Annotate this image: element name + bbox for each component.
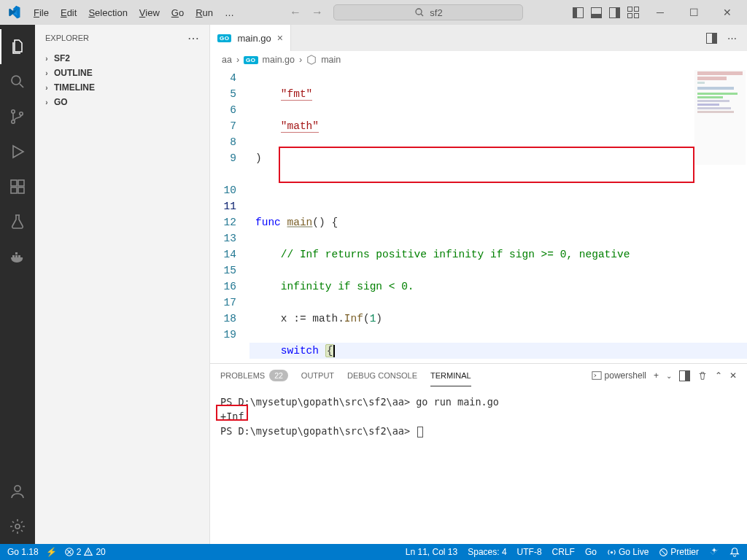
- status-go-live[interactable]: Go Live: [607, 547, 649, 557]
- close-button[interactable]: ✕: [711, 0, 744, 25]
- activity-docker[interactable]: [0, 239, 35, 274]
- code-editor[interactable]: 456789.10111213141516171819 "fmt" "math"…: [210, 69, 747, 363]
- svg-point-2: [12, 76, 20, 85]
- split-editor-icon[interactable]: [706, 33, 717, 44]
- activity-bar: [0, 25, 35, 544]
- sidebar-item-timeline[interactable]: ›TIMELINE: [35, 80, 209, 95]
- status-go-version[interactable]: Go 1.18: [7, 547, 39, 557]
- activity-explorer[interactable]: [0, 29, 35, 64]
- svg-line-22: [662, 550, 667, 555]
- sidebar-item-sf2[interactable]: ›SF2: [35, 51, 209, 66]
- command-center-search[interactable]: sf2: [333, 4, 523, 20]
- activity-extensions[interactable]: [0, 169, 35, 204]
- breadcrumb-folder[interactable]: aa: [222, 55, 232, 65]
- layout-sidebar-right-icon[interactable]: [609, 7, 620, 18]
- activity-testing[interactable]: [0, 204, 35, 239]
- panel-tab-terminal[interactable]: TERMINAL: [430, 365, 471, 386]
- activity-scm[interactable]: [0, 99, 35, 134]
- status-bar: Go 1.18 ⚡ 2 20 Ln 11, Col 13 Spaces: 4 U…: [0, 544, 747, 560]
- menu-selection[interactable]: Selection: [82, 4, 133, 21]
- menu-edit[interactable]: Edit: [55, 4, 82, 21]
- panel-close-icon[interactable]: ✕: [729, 370, 737, 381]
- prettier-icon: [659, 548, 668, 557]
- editor-more-icon[interactable]: ⋯: [727, 33, 737, 44]
- status-cursor-position[interactable]: Ln 11, Col 13: [406, 547, 457, 557]
- tab-label: main.go: [237, 33, 271, 44]
- new-terminal-icon[interactable]: +: [654, 370, 659, 381]
- status-lightning-icon[interactable]: ⚡: [46, 547, 57, 557]
- tab-close-icon[interactable]: ×: [277, 32, 283, 44]
- status-problems[interactable]: 2 20: [64, 547, 106, 557]
- panel-tab-debug[interactable]: DEBUG CONSOLE: [347, 365, 417, 386]
- panel-tab-output[interactable]: OUTPUT: [301, 365, 334, 386]
- menu-file[interactable]: File: [28, 4, 55, 21]
- terminal-line: +Inf: [220, 409, 737, 424]
- vscode-logo-icon: [7, 6, 20, 19]
- terminal-dropdown-icon[interactable]: ⌄: [666, 372, 672, 380]
- nav-back-icon[interactable]: ←: [290, 6, 301, 19]
- maximize-button[interactable]: ☐: [677, 0, 711, 25]
- breadcrumb[interactable]: aa› GO main.go› main: [210, 51, 747, 69]
- layout-controls: [573, 7, 639, 18]
- svg-point-20: [611, 551, 613, 553]
- breadcrumb-symbol[interactable]: main: [321, 55, 341, 65]
- go-file-icon: GO: [217, 34, 231, 42]
- line-gutter: 456789.10111213141516171819: [210, 69, 249, 363]
- svg-point-4: [12, 110, 15, 113]
- nav-forward-icon[interactable]: →: [311, 6, 323, 19]
- title-center: ← → sf2: [240, 4, 573, 20]
- tab-bar: GO main.go × ⋯: [210, 25, 747, 51]
- terminal[interactable]: PS D:\mysetup\gopath\src\sf2\aa> go run …: [210, 387, 747, 544]
- chevron-right-icon: ›: [42, 69, 51, 77]
- layout-panel-icon[interactable]: [591, 7, 602, 18]
- explorer-sidebar: EXPLORER ⋯ ›SF2 ›OUTLINE ›TIMELINE ›GO: [35, 25, 210, 544]
- activity-search[interactable]: [0, 64, 35, 99]
- breadcrumb-file[interactable]: main.go: [263, 55, 295, 65]
- minimap[interactable]: [694, 70, 746, 165]
- panel-maximize-icon[interactable]: ⌃: [715, 370, 722, 381]
- menu-run[interactable]: Run: [190, 4, 219, 21]
- panel-tabs: PROBLEMS22 OUTPUT DEBUG CONSOLE TERMINAL…: [210, 364, 747, 387]
- tab-main-go[interactable]: GO main.go ×: [210, 25, 291, 51]
- svg-rect-11: [12, 255, 15, 257]
- svg-line-1: [421, 14, 423, 16]
- sidebar-item-go[interactable]: ›GO: [35, 95, 209, 109]
- status-bell-icon[interactable]: [729, 547, 740, 557]
- menu-more[interactable]: …: [219, 4, 240, 21]
- status-prettier[interactable]: Prettier: [659, 547, 699, 557]
- status-language[interactable]: Go: [585, 547, 597, 557]
- panel-tab-problems[interactable]: PROBLEMS22: [220, 364, 288, 387]
- layout-customize-icon[interactable]: [627, 7, 639, 18]
- activity-run-debug[interactable]: [0, 134, 35, 169]
- status-feedback-icon[interactable]: [709, 547, 719, 557]
- sidebar-item-outline[interactable]: ›OUTLINE: [35, 66, 209, 80]
- svg-point-6: [20, 112, 23, 115]
- problems-count-badge: 22: [269, 370, 288, 381]
- terminal-cursor: [417, 427, 423, 438]
- status-eol[interactable]: CRLF: [552, 547, 575, 557]
- explorer-header: EXPLORER ⋯: [35, 25, 209, 51]
- activity-settings[interactable]: [0, 509, 35, 544]
- window-controls: ─ ☐ ✕: [643, 0, 744, 25]
- explorer-more-icon[interactable]: ⋯: [187, 31, 199, 45]
- menu-view[interactable]: View: [133, 4, 166, 21]
- layout-sidebar-left-icon[interactable]: [573, 7, 584, 18]
- terminal-profile[interactable]: powershell: [592, 370, 646, 381]
- svg-point-15: [15, 486, 20, 491]
- minimize-button[interactable]: ─: [643, 0, 677, 25]
- split-terminal-icon[interactable]: [679, 370, 690, 381]
- files-icon: [9, 38, 26, 55]
- code-content[interactable]: "fmt" "math" ) func main() { // Inf retu…: [249, 69, 747, 363]
- kill-terminal-icon[interactable]: [697, 370, 708, 381]
- extensions-icon: [9, 178, 26, 195]
- go-file-icon: GO: [244, 56, 258, 64]
- chevron-right-icon: ›: [42, 55, 51, 63]
- status-indentation[interactable]: Spaces: 4: [468, 547, 506, 557]
- terminal-icon: [592, 370, 602, 381]
- menu-go[interactable]: Go: [166, 4, 190, 21]
- menu-bar: File Edit Selection View Go Run …: [28, 4, 240, 21]
- status-encoding[interactable]: UTF-8: [517, 547, 542, 557]
- svg-rect-17: [592, 372, 600, 380]
- terminal-line: PS D:\mysetup\gopath\src\sf2\aa>: [220, 424, 737, 438]
- activity-account[interactable]: [0, 474, 35, 509]
